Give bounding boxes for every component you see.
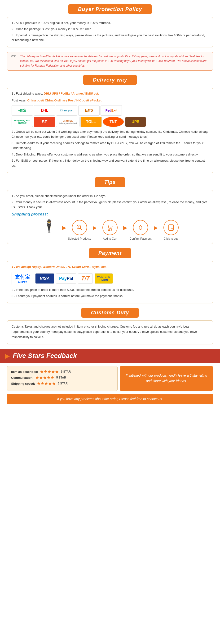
arrow-3: ▶: [122, 225, 129, 231]
logo-aramex: aramexdelivery unlimited: [56, 116, 80, 127]
contact-bar: If you have any problems about the order…: [7, 394, 213, 404]
payment-point-3: 3 . Ensure your payment address is corre…: [11, 294, 209, 299]
tips-point-2: 2 . Your money is secure in aliexpress a…: [11, 200, 209, 210]
payment-title: Payment: [89, 248, 131, 258]
buy-icon: [163, 220, 179, 235]
payment-logos: 支付宝 ALIPAY VISA PayPal T/T WESTERNUNION: [11, 272, 209, 285]
bp-point-2: 2 . Once the package is lost, your money…: [11, 27, 209, 32]
logo-tt: T/T: [78, 273, 93, 284]
process-step-3: Click to buy: [159, 220, 183, 240]
svg-point-5: [111, 230, 112, 231]
logo-tnt: TNT: [103, 116, 124, 127]
bp-point-1: 1 . All our products is 100% original. I…: [11, 20, 209, 26]
star-count-1: 5 STAR: [56, 376, 66, 379]
five-stars-section: ▶ Five Stars Feedback Item as described:…: [0, 349, 220, 404]
post-ways: China post/ China Ordinary Post/ HK post…: [27, 98, 102, 102]
stars-grid: Item as described: ★★★★★ 5 STAR Commuica…: [7, 366, 213, 391]
delivery-intro-fast: 1 . Fast shipping ways: DHL/ UPS / FedEx…: [11, 91, 209, 96]
customs-text: Customs Taxes and charges are not includ…: [11, 324, 209, 340]
svg-line-1: [80, 228, 82, 230]
logo-dhl: DHL: [34, 105, 55, 116]
stars-right-message: If satisfied with our products, kindly l…: [124, 373, 209, 384]
delivery-section: Delivery way 1 . Fast shipping ways: DHL…: [0, 75, 220, 173]
process-label-1: Add to Cart: [103, 237, 117, 240]
logo-epyb: e邮宝: [11, 105, 33, 116]
payment-intro: 1 . We accept Alipay, Western Union, T/T…: [11, 264, 209, 270]
stars-0: ★★★★★: [40, 370, 59, 374]
stars-right-text: If satisfied with our products, kindly l…: [120, 366, 213, 391]
stars-1: ★★★★★: [35, 376, 54, 380]
process-step-0: Selected Products: [68, 220, 91, 240]
delivery-header: Delivery way: [0, 75, 220, 85]
payment-section: Payment 1 . We accept Alipay, Western Un…: [0, 248, 220, 303]
ps-text: The delivery to Brazil/South Africa may …: [20, 54, 209, 68]
person-icon: 🕴: [41, 220, 57, 232]
customs-header: Customs Duty: [0, 308, 220, 318]
arrow-4: ▶: [152, 225, 159, 231]
process-step-2: Confirm Payment: [129, 220, 152, 240]
process-label-3: Click to buy: [164, 237, 178, 240]
rating-label-0: Item as described:: [11, 370, 38, 374]
star-count-2: 5 STAR: [58, 382, 68, 385]
delivery-point-4: 4 . Drop Shipping: Please offer your cus…: [11, 152, 209, 157]
tips-content: 1 . As you order, please check messages …: [7, 190, 213, 244]
process-person-item: 🕴 Person: [37, 220, 61, 238]
logo-toll: TOLL: [80, 116, 102, 127]
delivery-intro-post: Post ways: China post/ China Ordinary Po…: [11, 98, 209, 103]
rating-row-0: Item as described: ★★★★★ 5 STAR: [11, 370, 113, 374]
logos-grid: e邮宝 DHL China post EMS FedEx® HongKong P…: [11, 105, 209, 127]
delivery-point-2: 2 . Goods will be sent out within 2-5 wo…: [11, 130, 209, 139]
customs-title: Customs Duty: [81, 308, 138, 318]
delivery-point-5: 5 . For EMS or post parcel: if there is …: [11, 158, 209, 168]
shopping-process-label: Shopping process:: [11, 212, 209, 217]
rating-row-2: Shipping speed: ★★★★★ 5 STAR: [11, 382, 113, 386]
payment-icon: [133, 220, 148, 235]
process-flow: 🕴 Person ▶ Selected Products ▶ Add to Ca…: [11, 220, 209, 240]
star-count-0: 5 STAR: [61, 370, 71, 373]
stars-ratings: Item as described: ★★★★★ 5 STAR Commuica…: [7, 366, 117, 391]
logos-row-1: e邮宝 DHL China post EMS FedEx®: [11, 105, 209, 116]
customs-content: Customs Taxes and charges are not includ…: [7, 320, 213, 344]
logo-western-union: WESTERNUNION: [95, 273, 113, 284]
stars-2: ★★★★★: [37, 382, 56, 386]
five-stars-title: Five Stars Feedback: [13, 352, 77, 360]
tips-title: Tips: [95, 177, 125, 187]
payment-content: 1 . We accept Alipay, Western Union, T/T…: [7, 261, 213, 303]
process-label-2: Confirm Payment: [130, 237, 152, 240]
arrow-2: ▶: [91, 225, 98, 231]
process-label-0: Selected Products: [68, 237, 91, 240]
tips-section: Tips 1 . As you order, please check mess…: [0, 177, 220, 244]
delivery-point-3: 3 . Remote Address: If your receiving ad…: [11, 141, 209, 151]
delivery-title: Delivery way: [83, 75, 136, 85]
logo-fedex: FedEx®: [101, 105, 122, 116]
svg-rect-8: [169, 225, 173, 230]
arrow-1: ▶: [61, 225, 68, 231]
ps-label: PS:: [11, 54, 18, 68]
buyer-protection-header: Buyer Protection Policy: [0, 4, 220, 14]
rating-row-1: Commuication: ★★★★★ 5 STAR: [11, 376, 113, 380]
process-step-1: Add to Cart: [98, 220, 122, 240]
logo-ems: EMS: [78, 105, 100, 116]
logos-row-2: HongKong Post香港郵政 SF aramexdelivery unli…: [11, 116, 209, 127]
buyer-protection-title: Buyer Protection Policy: [68, 4, 151, 14]
rating-label-1: Commuication:: [11, 376, 34, 380]
cart-icon: [103, 220, 117, 235]
tips-point-1: 1 . As you order, please check messages …: [11, 194, 209, 199]
buyer-protection-content: 1 . All our products is 100% original. I…: [7, 17, 213, 48]
logo-chinapost: China post: [56, 105, 77, 116]
search-icon: [72, 220, 87, 235]
logo-hkpost: HongKong Post香港郵政: [11, 116, 33, 127]
fast-ways: DHL/ UPS / FedEx / Aramex/ EMS/ ect.: [44, 92, 99, 95]
five-stars-arrow-icon: ▶: [5, 352, 10, 360]
bp-point-3: 3 . If parcel is damaged on the shipping…: [11, 33, 209, 43]
logo-paypal: PayPal: [56, 273, 76, 284]
five-stars-header: ▶ Five Stars Feedback: [0, 349, 220, 363]
tips-header: Tips: [0, 177, 220, 187]
payment-header: Payment: [0, 248, 220, 258]
logo-sf: SF: [34, 116, 55, 127]
payment-point-2: 2 . If the total price of order is more …: [11, 288, 209, 292]
svg-point-4: [109, 230, 110, 231]
logo-ups: UPS: [125, 116, 146, 127]
delivery-content: 1 . Fast shipping ways: DHL/ UPS / FedEx…: [7, 88, 213, 173]
rating-label-2: Shipping speed:: [11, 382, 35, 386]
